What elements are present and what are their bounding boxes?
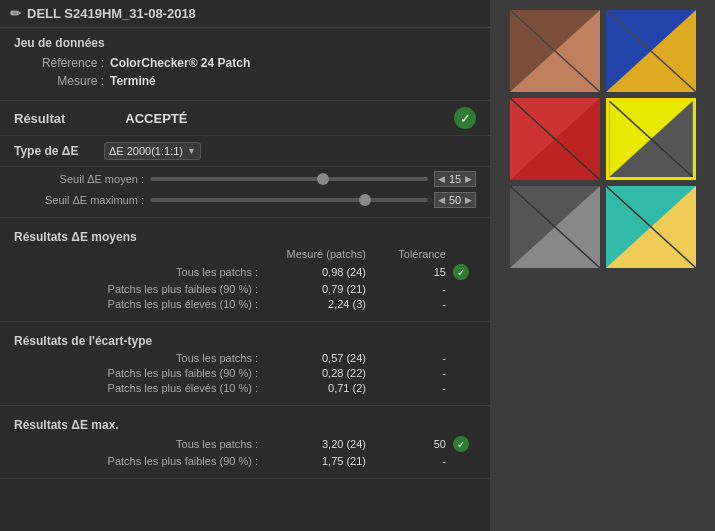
jeu-de-donnees-section: Jeu de données Référence : ColorChecker®… bbox=[0, 28, 490, 101]
resultat-label: Résultat bbox=[14, 111, 65, 126]
seuil-max-row: Seuil ΔE maximum : ◀ 50 ▶ bbox=[14, 192, 476, 208]
seuil-max-value: 50 bbox=[449, 194, 461, 206]
table-row: Patchs les plus faibles (90 %) : 0,79 (2… bbox=[14, 283, 476, 295]
table-row: Patchs les plus élevés (10 %) : 0,71 (2)… bbox=[14, 382, 476, 394]
type-delta-section: Type de ΔE ΔE 2000(1:1:1) ▼ bbox=[0, 136, 490, 167]
reference-label: Référence : bbox=[14, 56, 104, 70]
row-tolerance: - bbox=[366, 298, 446, 310]
seuil-max-track bbox=[150, 198, 428, 202]
seuil-moyen-value: 15 bbox=[449, 173, 461, 185]
table-row: Tous les patchs : 0,57 (24) - bbox=[14, 352, 476, 364]
row-label: Patchs les plus faibles (90 %) : bbox=[14, 455, 266, 467]
row-label: Tous les patchs : bbox=[14, 438, 266, 450]
row-measured: 2,24 (3) bbox=[266, 298, 366, 310]
row-tolerance: - bbox=[366, 283, 446, 295]
resultat-value: ACCEPTÉ bbox=[65, 111, 454, 126]
dropdown-arrow-icon: ▼ bbox=[187, 146, 196, 156]
seuil-moyen-increment[interactable]: ▶ bbox=[465, 174, 472, 184]
row-check: ✓ bbox=[446, 264, 476, 280]
stats-moyens-section: Résultats ΔE moyens Mesuré (patchs) Tolé… bbox=[0, 218, 490, 322]
right-panel bbox=[490, 0, 715, 531]
title-bar: ✏ DELL S2419HM_31-08-2018 bbox=[0, 0, 490, 28]
row-tolerance: - bbox=[366, 382, 446, 394]
swatch-gray[interactable] bbox=[510, 186, 600, 268]
row-measured: 0,28 (22) bbox=[266, 367, 366, 379]
header-tolerance: Tolérance bbox=[366, 248, 446, 260]
row-tolerance: 50 bbox=[366, 438, 446, 450]
table-row: Patchs les plus élevés (10 %) : 2,24 (3)… bbox=[14, 298, 476, 310]
reference-value: ColorChecker® 24 Patch bbox=[110, 56, 250, 70]
swatch-yellow-highlighted[interactable] bbox=[606, 98, 696, 180]
seuil-moyen-track bbox=[150, 177, 428, 181]
row-measured: 0,57 (24) bbox=[266, 352, 366, 364]
reference-row: Référence : ColorChecker® 24 Patch bbox=[14, 56, 476, 70]
row-label: Tous les patchs : bbox=[14, 266, 266, 278]
row-tolerance: - bbox=[366, 455, 446, 467]
type-delta-label: Type de ΔE bbox=[14, 144, 94, 158]
row-tolerance: 15 bbox=[366, 266, 446, 278]
table-row: Patchs les plus faibles (90 %) : 1,75 (2… bbox=[14, 455, 476, 467]
resultat-section: Résultat ACCEPTÉ ✓ bbox=[0, 101, 490, 136]
swatch-red[interactable] bbox=[510, 98, 600, 180]
row-label: Patchs les plus faibles (90 %) : bbox=[14, 367, 266, 379]
check-icon: ✓ bbox=[453, 436, 469, 452]
row-label: Patchs les plus élevés (10 %) : bbox=[14, 298, 266, 310]
swatch-brown[interactable] bbox=[510, 10, 600, 92]
mesure-value: Terminé bbox=[110, 74, 156, 88]
row-label: Patchs les plus faibles (90 %) : bbox=[14, 283, 266, 295]
header-check bbox=[446, 248, 476, 260]
swatch-row-1 bbox=[498, 10, 707, 92]
table-row: Patchs les plus faibles (90 %) : 0,28 (2… bbox=[14, 367, 476, 379]
jeu-de-donnees-title: Jeu de données bbox=[14, 36, 476, 50]
stats-max-title: Résultats ΔE max. bbox=[14, 418, 476, 432]
row-check: ✓ bbox=[446, 436, 476, 452]
row-measured: 0,71 (2) bbox=[266, 382, 366, 394]
edit-icon: ✏ bbox=[10, 6, 21, 21]
row-measured: 3,20 (24) bbox=[266, 438, 366, 450]
row-label: Tous les patchs : bbox=[14, 352, 266, 364]
stats-max-section: Résultats ΔE max. Tous les patchs : 3,20… bbox=[0, 406, 490, 479]
swatch-row-3 bbox=[498, 186, 707, 268]
seuil-moyen-decrement[interactable]: ◀ bbox=[438, 174, 445, 184]
delta-select[interactable]: ΔE 2000(1:1:1) ▼ bbox=[104, 142, 201, 160]
table-row: Tous les patchs : 3,20 (24) 50 ✓ bbox=[14, 436, 476, 452]
seuil-moyen-row: Seuil ΔE moyen : ◀ 15 ▶ bbox=[14, 171, 476, 187]
row-measured: 0,98 (24) bbox=[266, 266, 366, 278]
seuil-moyen-thumb[interactable] bbox=[317, 173, 329, 185]
stats-ecart-section: Résultats de l'écart-type Tous les patch… bbox=[0, 322, 490, 406]
delta-select-value: ΔE 2000(1:1:1) bbox=[109, 145, 183, 157]
seuil-moyen-value-box: ◀ 15 ▶ bbox=[434, 171, 476, 187]
mesure-label: Mesure : bbox=[14, 74, 104, 88]
seuil-max-increment[interactable]: ▶ bbox=[465, 195, 472, 205]
row-tolerance: - bbox=[366, 367, 446, 379]
header-label bbox=[14, 248, 266, 260]
resultat-check-icon: ✓ bbox=[454, 107, 476, 129]
seuil-max-thumb[interactable] bbox=[359, 194, 371, 206]
row-label: Patchs les plus élevés (10 %) : bbox=[14, 382, 266, 394]
header-measured: Mesuré (patchs) bbox=[266, 248, 366, 260]
swatch-blue-yellow[interactable] bbox=[606, 10, 696, 92]
swatch-teal[interactable] bbox=[606, 186, 696, 268]
stats-moyens-title: Résultats ΔE moyens bbox=[14, 230, 476, 244]
row-measured: 0,79 (21) bbox=[266, 283, 366, 295]
row-tolerance: - bbox=[366, 352, 446, 364]
row-measured: 1,75 (21) bbox=[266, 455, 366, 467]
seuil-max-label: Seuil ΔE maximum : bbox=[14, 194, 144, 206]
seuil-max-decrement[interactable]: ◀ bbox=[438, 195, 445, 205]
swatch-row-2 bbox=[498, 98, 707, 180]
window-title: DELL S2419HM_31-08-2018 bbox=[27, 6, 196, 21]
mesure-row: Mesure : Terminé bbox=[14, 74, 476, 88]
slider-section: Seuil ΔE moyen : ◀ 15 ▶ Seuil ΔE maximum… bbox=[0, 167, 490, 218]
check-icon: ✓ bbox=[453, 264, 469, 280]
table-row: Tous les patchs : 0,98 (24) 15 ✓ bbox=[14, 264, 476, 280]
stats-moyens-header: Mesuré (patchs) Tolérance bbox=[14, 248, 476, 260]
seuil-moyen-label: Seuil ΔE moyen : bbox=[14, 173, 144, 185]
main-container: ✏ DELL S2419HM_31-08-2018 Jeu de données… bbox=[0, 0, 715, 531]
seuil-max-value-box: ◀ 50 ▶ bbox=[434, 192, 476, 208]
stats-ecart-title: Résultats de l'écart-type bbox=[14, 334, 476, 348]
left-panel: ✏ DELL S2419HM_31-08-2018 Jeu de données… bbox=[0, 0, 490, 531]
